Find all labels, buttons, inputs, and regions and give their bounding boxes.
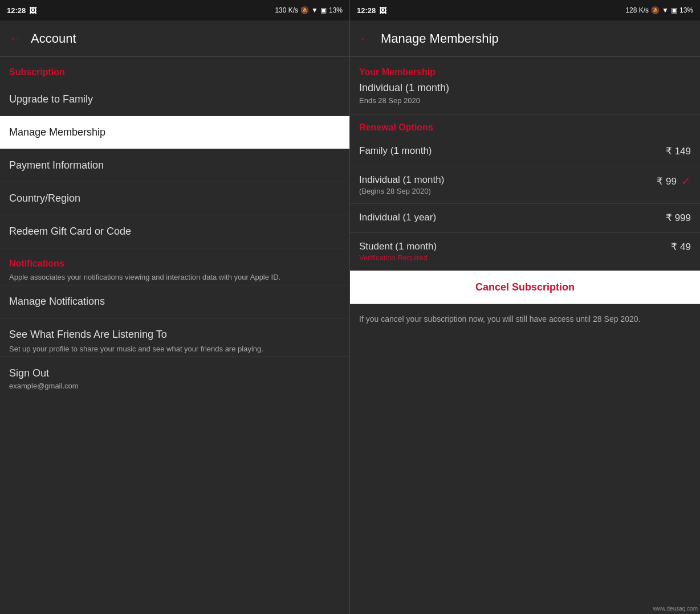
renewal-item-2-right: ₹ 999 — [666, 212, 691, 224]
right-status-left: 12:28 🖼 — [357, 6, 386, 15]
left-photo-icon: 🖼 — [29, 6, 36, 15]
renewal-item-3[interactable]: Student (1 month) Verification Required … — [350, 233, 700, 271]
renewal-item-3-title: Student (1 month) — [359, 241, 671, 252]
manage-membership-item[interactable]: Manage Membership — [0, 116, 349, 149]
left-wifi-icon: ▼ — [311, 6, 318, 14]
renewal-item-1[interactable]: Individual (1 month) (Begins 28 Sep 2020… — [350, 166, 700, 204]
payment-info-item[interactable]: Payment Information — [0, 149, 349, 182]
renewal-item-3-right: ₹ 49 — [671, 241, 691, 253]
renewal-item-0-right: ₹ 149 — [666, 145, 691, 157]
right-header-title: Manage Membership — [381, 31, 499, 46]
renewal-item-3-left: Student (1 month) Verification Required — [359, 241, 671, 262]
left-back-button[interactable]: ← — [9, 31, 22, 46]
renewal-item-2-title: Individual (1 year) — [359, 212, 666, 223]
current-plan-title: Individual (1 month) — [359, 82, 691, 94]
manage-notifications-item[interactable]: Manage Notifications — [0, 285, 349, 318]
renewal-item-1-right: ₹ 99 ✓ — [657, 174, 691, 188]
left-time: 12:28 — [7, 6, 26, 15]
country-region-item[interactable]: Country/Region — [0, 182, 349, 215]
right-speed: 128 K/s — [625, 6, 649, 14]
payment-info-label: Payment Information — [9, 159, 104, 171]
upgrade-family-label: Upgrade to Family — [9, 93, 93, 105]
sign-out-title[interactable]: Sign Out — [9, 367, 340, 379]
left-bell-icon: 🔕 — [300, 6, 309, 14]
left-header: ← Account — [0, 21, 349, 57]
right-panel: 12:28 🖼 128 K/s 🔕 ▼ ▣ 13% ← Manage Membe… — [350, 0, 700, 614]
current-plan-ends: Ends 28 Sep 2020 — [359, 96, 691, 105]
renewal-item-1-left: Individual (1 month) (Begins 28 Sep 2020… — [359, 174, 657, 195]
renewal-item-2[interactable]: Individual (1 year) ₹ 999 — [350, 204, 700, 233]
renewal-item-0-left: Family (1 month) — [359, 145, 666, 158]
right-wifi-icon: ▼ — [662, 6, 669, 14]
sign-out-email: example@gmail.com — [9, 382, 340, 390]
renewal-item-0[interactable]: Family (1 month) ₹ 149 — [350, 137, 700, 166]
left-battery: 13% — [329, 6, 343, 14]
redeem-gift-item[interactable]: Redeem Gift Card or Code — [0, 215, 349, 248]
left-panel: 12:28 🖼 130 K/s 🔕 ▼ ▣ 13% ← Account Subs… — [0, 0, 350, 614]
renewal-item-2-price: ₹ 999 — [666, 212, 691, 224]
cancel-info-text: If you cancel your subscription now, you… — [359, 314, 640, 324]
left-signal-icon: ▣ — [320, 6, 327, 14]
cancel-subscription-label[interactable]: Cancel Subscription — [475, 281, 575, 293]
friends-desc: Set up your profile to share your music … — [9, 344, 340, 354]
country-region-label: Country/Region — [9, 193, 80, 204]
cancel-subscription-section[interactable]: Cancel Subscription — [350, 271, 700, 304]
left-header-title: Account — [31, 31, 76, 46]
renewal-item-2-left: Individual (1 year) — [359, 212, 666, 224]
right-battery: 13% — [679, 6, 693, 14]
right-header: ← Manage Membership — [350, 21, 700, 57]
notifications-section: Notifications Apple associates your noti… — [0, 248, 349, 285]
renewal-item-1-title: Individual (1 month) — [359, 174, 657, 186]
right-bell-icon: 🔕 — [651, 6, 660, 14]
notifications-desc: Apple associates your notifications view… — [9, 272, 340, 283]
membership-content: Your Membership Individual (1 month) End… — [350, 57, 700, 614]
your-membership-label: Your Membership — [350, 57, 700, 82]
upgrade-family-item[interactable]: Upgrade to Family — [0, 83, 349, 116]
renewal-item-3-price: ₹ 49 — [671, 241, 691, 253]
renewal-item-0-price: ₹ 149 — [666, 145, 691, 157]
right-photo-icon: 🖼 — [379, 6, 386, 15]
sign-out-section: Sign Out example@gmail.com — [0, 357, 349, 392]
friends-title: See What Friends Are Listening To — [9, 329, 340, 341]
renewal-options-label: Renewal Options — [350, 114, 700, 137]
friends-section: See What Friends Are Listening To Set up… — [0, 318, 349, 357]
right-time: 12:28 — [357, 6, 376, 15]
notifications-title: Notifications — [9, 259, 340, 269]
renewal-item-1-sub: (Begins 28 Sep 2020) — [359, 187, 657, 195]
subscription-section-label: Subscription — [0, 57, 349, 83]
right-signal-icon: ▣ — [671, 6, 677, 14]
right-status-right: 128 K/s 🔕 ▼ ▣ 13% — [625, 6, 693, 14]
left-status-right: 130 K/s 🔕 ▼ ▣ 13% — [275, 6, 343, 14]
left-status-bar: 12:28 🖼 130 K/s 🔕 ▼ ▣ 13% — [0, 0, 349, 21]
renewal-item-0-title: Family (1 month) — [359, 145, 666, 157]
current-plan: Individual (1 month) Ends 28 Sep 2020 — [350, 82, 700, 114]
left-content: Subscription Upgrade to Family Manage Me… — [0, 57, 349, 614]
renewal-item-3-sub: Verification Required — [359, 253, 671, 262]
left-status-left: 12:28 🖼 — [7, 6, 36, 15]
selected-check-icon: ✓ — [681, 174, 691, 188]
manage-notifications-label: Manage Notifications — [9, 296, 105, 307]
redeem-gift-label: Redeem Gift Card or Code — [9, 226, 131, 237]
right-status-bar: 12:28 🖼 128 K/s 🔕 ▼ ▣ 13% — [350, 0, 700, 21]
left-speed: 130 K/s — [275, 6, 298, 14]
renewal-item-1-price: ₹ 99 — [657, 175, 677, 187]
right-back-button[interactable]: ← — [359, 31, 372, 46]
cancel-info-section: If you cancel your subscription now, you… — [350, 304, 700, 334]
manage-membership-label: Manage Membership — [9, 126, 105, 138]
